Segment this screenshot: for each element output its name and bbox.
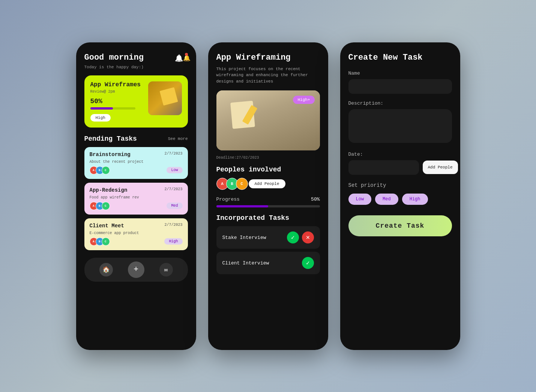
task-avatars-brainstorming: A B C	[90, 166, 108, 174]
avatar-3: C	[102, 237, 110, 246]
people-avatar-3: C	[236, 178, 248, 190]
check-button-client[interactable]: ✓	[302, 257, 314, 269]
phone-1: Good morning 🔔 Today is the happy day:) …	[76, 42, 196, 350]
progress-bar-fill	[216, 205, 268, 207]
add-people-button[interactable]: Add People	[249, 179, 285, 188]
task-actions-stake: ✓ ✕	[287, 231, 314, 243]
deadline-text: Deadline:27/02/2023	[216, 156, 320, 160]
task-priority-app-redesign: Med	[167, 203, 182, 209]
see-more-link[interactable]: See more	[168, 137, 188, 141]
peoples-avatars: A B C	[216, 178, 246, 190]
notification-dot	[185, 53, 188, 56]
priority-low-button[interactable]: Low	[348, 194, 372, 205]
priority-buttons: Low Med High	[348, 194, 452, 205]
featured-card-subtitle: Review@ 2pm	[90, 90, 144, 94]
home-nav-button[interactable]: 🏠	[99, 263, 113, 276]
task-label-stake: Stake Interview	[222, 235, 266, 240]
task-date-brainstorming: 2/7/2023	[164, 152, 182, 156]
task-item-client-interview: Client Interview ✓	[216, 252, 320, 274]
mail-nav-button[interactable]: ✉	[159, 263, 173, 276]
bell-icon[interactable]: 🔔	[177, 53, 188, 63]
peoples-row: A B C Add People	[216, 178, 320, 190]
task-item-stake-interview: Stake Interview ✓ ✕	[216, 226, 320, 249]
featured-card-image	[148, 81, 182, 115]
priority-high-button[interactable]: High	[402, 194, 428, 205]
add-nav-button[interactable]: +	[128, 261, 144, 278]
progress-label: Progress	[216, 197, 240, 202]
featured-card-left: App Wireframes Review@ 2pm 50% High	[90, 81, 144, 122]
featured-progress-bar	[90, 107, 135, 110]
progress-row: Progress 50%	[216, 197, 320, 202]
featured-card[interactable]: App Wireframes Review@ 2pm 50% High	[84, 75, 188, 128]
p2-title: App Wireframing	[216, 53, 320, 62]
check-button-stake[interactable]: ✓	[287, 231, 299, 243]
pending-tasks-title: Pending Tasks	[84, 135, 137, 143]
task-date-client-meet: 2/7/2023	[164, 223, 182, 227]
add-people-button-form[interactable]: Add People	[423, 161, 458, 174]
create-task-title: Create New Task	[348, 53, 452, 62]
p2-project-image: High+	[216, 90, 320, 150]
bottom-nav: 🏠 + ✉	[84, 258, 188, 282]
highplus-badge: High+	[293, 96, 314, 104]
set-priority-label: Set priority	[348, 182, 452, 188]
avatar-3: C	[102, 166, 110, 174]
progress-bar	[216, 205, 320, 207]
phone-3: Create New Task Name Description: Date: …	[340, 42, 460, 350]
description-label: Description:	[348, 101, 452, 106]
greeting-header: Good morning 🔔	[84, 53, 188, 63]
task-card-brainstorming[interactable]: Brainstorming 2/7/2023 About the recent …	[84, 147, 188, 179]
peoples-title: Peoples involved	[216, 166, 320, 173]
task-actions-client: ✓	[302, 257, 314, 269]
create-task-button[interactable]: Create Task	[348, 215, 452, 236]
featured-card-title: App Wireframes	[90, 81, 144, 88]
featured-priority-badge: High	[90, 114, 111, 122]
task-card-client-meet[interactable]: Client Meet 2/7/2023 E-commerce app prod…	[84, 218, 188, 250]
description-textarea[interactable]	[348, 109, 452, 143]
task-title-client-meet: Client Meet	[90, 223, 124, 229]
task-card-app-redesign[interactable]: App-Redesign 2/7/2023 Food app wireframe…	[84, 183, 188, 215]
task-date-app-redesign: 2/7/2023	[164, 187, 182, 191]
greeting-subtitle: Today is the happy day:)	[84, 65, 188, 69]
phone-2: App Wireframing This project focuses on …	[208, 42, 328, 350]
featured-image-placeholder	[148, 81, 182, 115]
task-avatars-app-redesign: A B C	[90, 202, 108, 210]
x-button-stake[interactable]: ✕	[302, 231, 314, 243]
task-avatars-client-meet: A B C	[90, 237, 108, 246]
task-sub-client-meet: E-commerce app product	[90, 231, 183, 235]
progress-percent: 50%	[311, 197, 320, 202]
featured-card-percent: 50%	[90, 98, 144, 105]
priority-med-button[interactable]: Med	[375, 194, 398, 205]
task-priority-client-meet: High	[164, 238, 182, 245]
date-row: Add People	[348, 160, 452, 175]
task-label-client: Client Interview	[222, 260, 269, 266]
p2-description: This project focuses on the recent wiref…	[216, 66, 320, 85]
greeting-title: Good morning	[84, 53, 144, 62]
name-label: Name	[348, 71, 452, 76]
featured-progress-fill	[90, 107, 113, 110]
date-input[interactable]	[348, 160, 419, 175]
task-title-app-redesign: App-Redesign	[90, 187, 128, 193]
task-sub-app-redesign: Food app wireframe rev	[90, 195, 183, 200]
task-priority-brainstorming: Low	[167, 167, 182, 173]
incorporated-title: Incorporated Tasks	[216, 214, 320, 222]
name-input[interactable]	[348, 79, 452, 94]
pending-tasks-header: Pending Tasks See more	[84, 135, 188, 143]
task-title-brainstorming: Brainstorming	[90, 152, 131, 158]
date-label: Date:	[348, 152, 452, 157]
avatar-3: C	[102, 202, 110, 210]
task-sub-brainstorming: About the recent project	[90, 160, 183, 164]
